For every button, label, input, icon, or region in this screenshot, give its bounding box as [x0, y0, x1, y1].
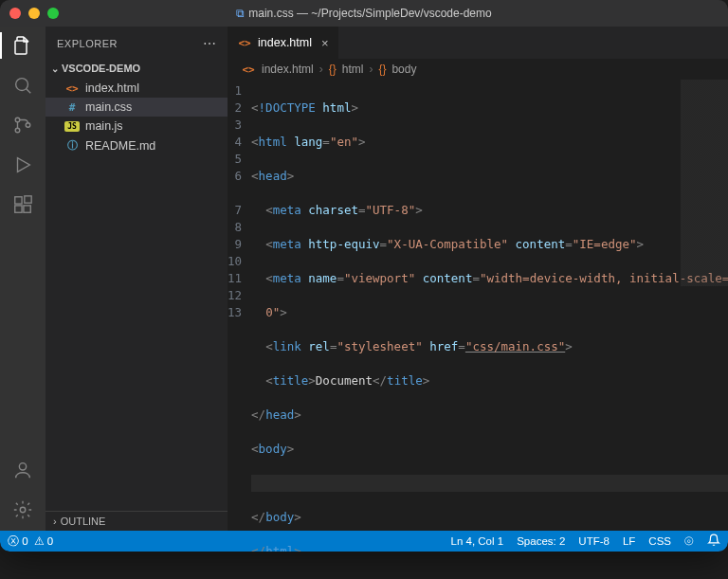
svg-point-4 — [26, 123, 30, 128]
js-file-icon: JS — [64, 121, 80, 132]
chevron-down-icon: ⌄ — [51, 63, 59, 74]
svg-rect-0 — [15, 41, 27, 54]
file-label: main.js — [85, 119, 123, 133]
account-icon[interactable] — [11, 459, 34, 481]
crumb[interactable]: html — [342, 63, 364, 76]
explorer-icon[interactable] — [11, 34, 34, 57]
explorer-sidebar: EXPLORER ⋯ ⌄ VSCODE-DEMO <>index.html #m… — [46, 27, 228, 531]
svg-point-9 — [19, 463, 26, 470]
css-file-icon: # — [64, 101, 80, 114]
explorer-more-icon[interactable]: ⋯ — [203, 36, 217, 51]
tab-index-html[interactable]: <> index.html × — [228, 27, 339, 59]
file-item-main-css[interactable]: #main.css — [46, 98, 228, 117]
titlebar: ⧉main.css — ~/Projects/SimpleDev/vscode-… — [0, 0, 728, 27]
tab-bar-top: <> index.html × — [228, 27, 728, 59]
editor-area: <> index.html × <> index.html› {} html› … — [228, 27, 728, 531]
status-warnings[interactable]: ⚠ 0 — [34, 534, 54, 548]
file-label: index.html — [85, 81, 139, 95]
folder-header[interactable]: ⌄ VSCODE-DEMO — [46, 60, 228, 77]
html-file-icon: <> — [241, 63, 256, 76]
file-item-readme-md[interactable]: ⓘREADME.md — [46, 136, 228, 155]
brackets-icon: {} — [329, 63, 337, 76]
search-icon[interactable] — [11, 74, 34, 97]
explorer-title: EXPLORER — [57, 38, 118, 49]
close-tab-icon[interactable]: × — [321, 36, 329, 50]
app-window: ⧉main.css — ~/Projects/SimpleDev/vscode-… — [0, 0, 728, 552]
settings-gear-icon[interactable] — [11, 498, 34, 521]
run-debug-icon[interactable] — [11, 154, 34, 176]
file-label: README.md — [85, 139, 155, 153]
window-title: ⧉main.css — ~/Projects/SimpleDev/vscode-… — [0, 7, 728, 20]
code-editor-top[interactable]: 12345678910111213 <!DOCTYPE html> <html … — [228, 80, 728, 552]
outline-section[interactable]: ›OUTLINE — [46, 511, 228, 531]
svg-point-1 — [16, 79, 28, 91]
chevron-right-icon: › — [53, 516, 57, 527]
file-label: main.css — [85, 100, 132, 114]
svg-rect-5 — [15, 197, 22, 204]
file-tree: <>index.html #main.css JSmain.js ⓘREADME… — [46, 77, 228, 157]
html-file-icon: <> — [64, 82, 80, 95]
file-item-main-js[interactable]: JSmain.js — [46, 117, 228, 136]
breadcrumbs-top[interactable]: <> index.html› {} html› {} body — [228, 59, 728, 80]
crumb[interactable]: body — [391, 63, 416, 76]
editor-pane-top: <> index.html × <> index.html› {} html› … — [228, 27, 728, 552]
svg-point-10 — [20, 507, 26, 513]
brackets-icon: {} — [378, 63, 386, 76]
code-content[interactable]: <!DOCTYPE html> <html lang="en"> <head> … — [251, 80, 728, 552]
svg-rect-7 — [24, 206, 30, 212]
crumb[interactable]: index.html — [262, 63, 314, 76]
svg-point-2 — [15, 118, 20, 122]
svg-rect-8 — [25, 196, 31, 203]
html-file-icon: <> — [237, 37, 252, 49]
line-gutter: 12345678910111213 — [228, 80, 251, 552]
file-item-index-html[interactable]: <>index.html — [46, 79, 228, 98]
tab-label: index.html — [258, 36, 312, 49]
source-control-icon[interactable] — [11, 114, 34, 136]
info-file-icon: ⓘ — [64, 138, 80, 153]
svg-point-3 — [15, 128, 20, 133]
extensions-icon[interactable] — [11, 193, 34, 216]
svg-rect-6 — [15, 206, 22, 212]
status-errors[interactable]: ⓧ 0 — [8, 534, 28, 549]
minimap[interactable] — [681, 80, 728, 552]
folder-name: VSCODE-DEMO — [62, 63, 140, 74]
outline-label: OUTLINE — [61, 516, 106, 527]
activity-bar — [0, 27, 46, 531]
